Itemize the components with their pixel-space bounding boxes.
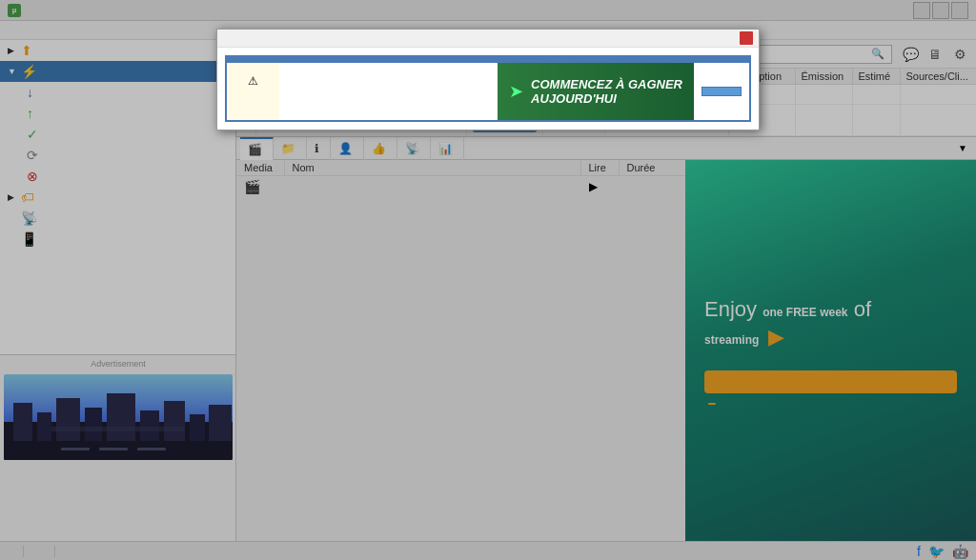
modal-dialog: ⚠ ➤ COMMENCEZ À GAGNER AUJOURD'HUI xyxy=(225,55,751,122)
modal-window: ⚠ ➤ COMMENCEZ À GAGNER AUJOURD'HUI xyxy=(216,29,760,130)
modal-banner: ➤ COMMENCEZ À GAGNER AUJOURD'HUI xyxy=(498,63,694,120)
modal-text-area xyxy=(279,63,498,120)
arrow-icon: ➤ xyxy=(509,81,523,102)
modal-overlay: ⚠ ➤ COMMENCEZ À GAGNER AUJOURD'HUI xyxy=(0,0,976,560)
warning-icon-area: ⚠ xyxy=(227,63,279,120)
modal-ad-header xyxy=(217,30,759,48)
warning-icon: ⚠ xyxy=(248,74,258,88)
modal-highlight: COMMENCEZ À GAGNER AUJOURD'HUI xyxy=(531,77,682,107)
modal-content: ⚠ ➤ COMMENCEZ À GAGNER AUJOURD'HUI xyxy=(227,63,749,120)
ok-area xyxy=(694,63,749,120)
modal-close-button[interactable] xyxy=(740,31,753,45)
modal-ok-button[interactable] xyxy=(702,87,742,96)
